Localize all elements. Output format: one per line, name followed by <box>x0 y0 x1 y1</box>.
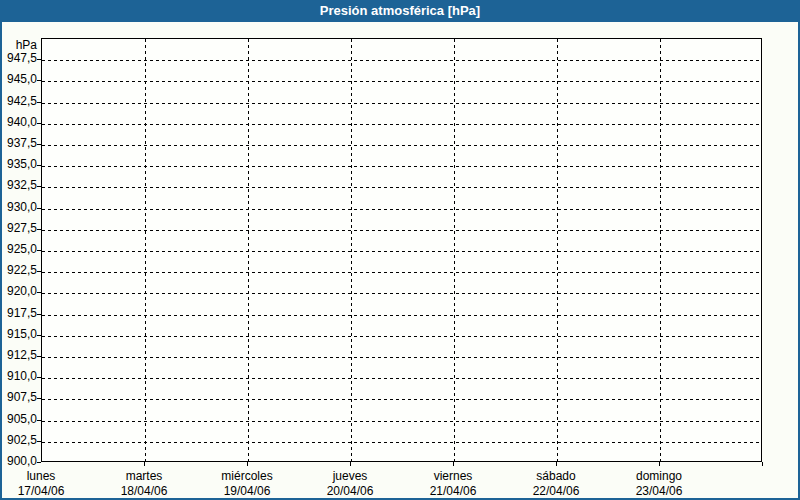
chart-title: Presión atmosférica [hPa] <box>320 3 480 18</box>
gridline-horizontal <box>42 209 761 210</box>
gridline-horizontal <box>42 124 761 125</box>
y-tick-mark <box>37 186 41 187</box>
gridline-horizontal <box>42 442 761 443</box>
y-tick-label: 905,0 <box>2 413 37 426</box>
y-tick-mark <box>37 462 41 463</box>
gridline-vertical <box>248 39 249 461</box>
gridline-horizontal <box>42 336 761 337</box>
gridline-vertical <box>351 39 352 461</box>
gridline-horizontal <box>42 272 761 273</box>
y-tick-mark <box>37 292 41 293</box>
x-date-label: 18/04/06 <box>89 485 199 498</box>
y-tick-label: 925,0 <box>2 243 37 256</box>
y-tick-label: 907,5 <box>2 391 37 404</box>
gridline-horizontal <box>42 60 761 61</box>
y-tick-mark <box>37 398 41 399</box>
y-tick-mark <box>37 420 41 421</box>
window-titlebar: Presión atmosférica [hPa] <box>0 0 800 22</box>
gridline-horizontal <box>42 187 761 188</box>
y-tick-label: 917,5 <box>2 307 37 320</box>
y-tick-mark <box>37 250 41 251</box>
x-tick-mark <box>144 462 145 466</box>
plot-area <box>41 38 762 462</box>
gridline-horizontal <box>42 378 761 379</box>
chart-window: Presión atmosférica [hPa] hPa 947,5945,0… <box>0 0 800 500</box>
gridline-horizontal <box>42 145 761 146</box>
x-day-label: viernes <box>398 470 508 483</box>
y-tick-mark <box>37 144 41 145</box>
y-tick-label: 927,5 <box>2 222 37 235</box>
y-tick-label: 912,5 <box>2 349 37 362</box>
gridline-horizontal <box>42 230 761 231</box>
gridline-horizontal <box>42 357 761 358</box>
y-tick-mark <box>37 208 41 209</box>
y-tick-label: 935,0 <box>2 158 37 171</box>
x-tick-mark <box>659 462 660 466</box>
x-date-label: 23/04/06 <box>604 485 714 498</box>
y-tick-label: 902,5 <box>2 434 37 447</box>
gridline-horizontal <box>42 399 761 400</box>
y-tick-mark <box>37 59 41 60</box>
x-day-label: jueves <box>295 470 405 483</box>
gridline-horizontal <box>42 81 761 82</box>
x-date-label: 17/04/06 <box>0 485 96 498</box>
y-tick-label: 947,5 <box>2 52 37 65</box>
gridline-vertical <box>660 39 661 461</box>
gridline-vertical <box>145 39 146 461</box>
y-tick-mark <box>37 335 41 336</box>
y-tick-mark <box>37 377 41 378</box>
y-tick-label: 945,0 <box>2 73 37 86</box>
x-day-label: sábado <box>501 470 611 483</box>
y-tick-mark <box>37 441 41 442</box>
x-date-label: 19/04/06 <box>192 485 302 498</box>
gridline-horizontal <box>42 251 761 252</box>
y-tick-label: 900,0 <box>2 455 37 468</box>
x-tick-mark <box>247 462 248 466</box>
gridline-horizontal <box>42 166 761 167</box>
y-tick-label: 915,0 <box>2 328 37 341</box>
x-tick-mark <box>453 462 454 466</box>
y-tick-mark <box>37 229 41 230</box>
x-tick-mark <box>762 462 763 466</box>
y-tick-mark <box>37 123 41 124</box>
x-day-label: martes <box>89 470 199 483</box>
x-date-label: 21/04/06 <box>398 485 508 498</box>
y-tick-label: 922,5 <box>2 264 37 277</box>
gridline-vertical <box>454 39 455 461</box>
y-tick-label: 930,0 <box>2 201 37 214</box>
y-tick-mark <box>37 80 41 81</box>
y-tick-mark <box>37 102 41 103</box>
y-tick-label: 940,0 <box>2 116 37 129</box>
y-tick-mark <box>37 356 41 357</box>
y-tick-label: 910,0 <box>2 370 37 383</box>
y-tick-label: 937,5 <box>2 137 37 150</box>
x-tick-mark <box>350 462 351 466</box>
x-tick-mark <box>556 462 557 466</box>
gridline-horizontal <box>42 103 761 104</box>
x-date-label: 22/04/06 <box>501 485 611 498</box>
x-day-label: domingo <box>604 470 714 483</box>
gridline-horizontal <box>42 293 761 294</box>
gridline-vertical <box>557 39 558 461</box>
y-tick-label: 920,0 <box>2 285 37 298</box>
y-tick-label: 942,5 <box>2 95 37 108</box>
x-day-label: miércoles <box>192 470 302 483</box>
gridline-horizontal <box>42 421 761 422</box>
x-date-label: 20/04/06 <box>295 485 405 498</box>
y-tick-mark <box>37 271 41 272</box>
x-day-label: lunes <box>0 470 96 483</box>
gridline-horizontal <box>42 315 761 316</box>
y-tick-label: 932,5 <box>2 179 37 192</box>
y-tick-mark <box>37 314 41 315</box>
y-tick-mark <box>37 165 41 166</box>
